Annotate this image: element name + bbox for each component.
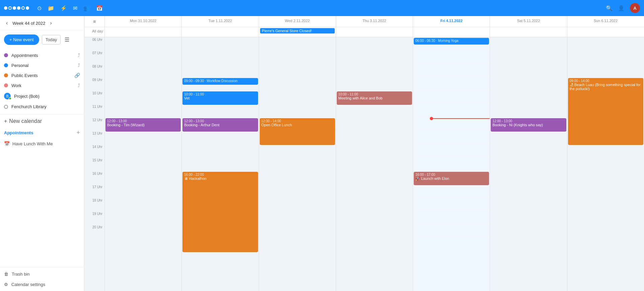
settings-label: Calendar settings <box>11 282 45 287</box>
event-booking-tim[interactable]: 12:00 - 13:00 Booking - Tim (Wizard) <box>105 118 181 132</box>
add-appointment-button[interactable]: + <box>76 129 80 136</box>
event-workflow-discussion[interactable]: 09:00 - 09:30 · Workflow Discussion <box>182 78 258 85</box>
mail-icon[interactable]: ✉ <box>73 5 77 11</box>
next-week-button[interactable]: › <box>48 19 54 27</box>
header-gutter: ≡ <box>84 16 104 27</box>
allday-cell-mon[interactable] <box>104 27 181 37</box>
day-col-sun[interactable]: 09:00 - 14:00 🏖 Beach Luau (Bring someth… <box>567 37 644 291</box>
topbar: ⊙ 📁 ⚡ ✉ 👥 📅 🔍 👤 A <box>0 0 644 16</box>
event-time: 10:00 - 11:00 <box>184 92 256 96</box>
event-vet[interactable]: 10:00 - 11:00 Vet <box>182 91 258 105</box>
project-bob-badge <box>9 97 11 100</box>
share-icon[interactable]: ⤴ <box>78 63 80 68</box>
header-day-sat[interactable]: Sat 5.11.2022 <box>490 16 567 27</box>
appointments-label: Appointments <box>11 53 78 58</box>
event-meeting-alice-bob[interactable]: 10:00 - 11:00 Meeting with Alice and Bob <box>337 91 412 105</box>
allday-label: All day <box>84 27 104 37</box>
activity-icon[interactable]: ⚡ <box>60 5 67 11</box>
appointments-section-title: Appointments <box>4 130 33 135</box>
work-color-dot <box>4 83 8 87</box>
time-slot-07: 07 Uhr <box>84 51 104 64</box>
event-morning-yoga[interactable]: 06:00 - 06:30 · Morning Yoga <box>414 38 489 45</box>
public-events-color-dot <box>4 73 8 77</box>
event-time: 12:00 - 13:00 <box>107 119 179 123</box>
thu-name: Thu 3.11.2022 <box>337 19 411 23</box>
allday-cell-tue[interactable] <box>181 27 258 37</box>
event-beach-luau[interactable]: 09:00 - 14:00 🏖 Beach Luau (Bring someth… <box>568 78 643 145</box>
event-hackathon[interactable]: 16:00 - 22:00 🖥 Hackathon <box>182 172 258 252</box>
event-title: Meeting with Alice and Bob <box>338 96 410 100</box>
header-day-tue[interactable]: Tue 1.11.2022 <box>181 16 258 27</box>
day-col-mon[interactable]: 12:00 - 13:00 Booking - Tim (Wizard) <box>104 37 181 291</box>
topbar-right: 🔍 👤 A <box>606 3 640 13</box>
event-time: 12:00 - 13:00 <box>492 119 564 123</box>
new-calendar-row[interactable]: + New calendar <box>0 116 84 127</box>
calendar-icon[interactable]: 📅 <box>96 5 103 11</box>
allday-cell-fri[interactable] <box>413 27 490 37</box>
event-booking-arthur[interactable]: 12:00 - 13:00 Booking - Arthur Dent <box>182 118 258 132</box>
files-icon[interactable]: 📁 <box>48 5 54 11</box>
contacts-icon[interactable]: 👥 <box>83 5 90 11</box>
event-title: Booking - Arthur Dent <box>184 123 256 127</box>
sidebar-item-public-events[interactable]: Public Events 🔗 <box>0 70 84 80</box>
allday-cell-wed[interactable]: Pierre's General Store Closed! <box>259 27 336 37</box>
event-time: 09:00 - 14:00 <box>570 79 642 83</box>
day-col-tue[interactable]: 09:00 - 09:30 · Workflow Discussion 10:0… <box>181 37 258 291</box>
time-slot-16: 16 Uhr <box>84 171 104 185</box>
day-col-sat[interactable]: 12:00 - 13:00 Booking - Ni (Knights who … <box>490 37 567 291</box>
allday-cell-sat[interactable] <box>490 27 567 37</box>
share-icon[interactable]: ⤴ <box>78 53 80 58</box>
work-label: Work <box>11 83 78 88</box>
user-status-icon[interactable]: 👤 <box>618 5 625 11</box>
event-title: 🖥 Hackathon <box>184 176 256 180</box>
day-col-thu[interactable]: 10:00 - 11:00 Meeting with Alice and Bob <box>336 37 413 291</box>
fenchurch-label: Fenchurch Library <box>11 104 80 109</box>
header-day-wed[interactable]: Wed 2.11.2022 <box>259 16 336 27</box>
week-label: Week 44 of 2022 <box>12 21 45 26</box>
avatar[interactable]: A <box>630 3 640 13</box>
event-booking-ni[interactable]: 12:00 - 13:00 Booking - Ni (Knights who … <box>491 118 566 132</box>
appointments-header: Appointments + <box>4 129 80 136</box>
prev-week-button[interactable]: ‹ <box>4 19 10 27</box>
time-slot-18: 18 Uhr <box>84 198 104 211</box>
event-open-office-lunch[interactable]: 12:00 - 14:00 Open Office Lunch <box>260 118 335 145</box>
time-slot-10: 10 Uhr <box>84 91 104 104</box>
allday-row: All day Pierre's General Store Closed! <box>84 27 644 37</box>
sidebar-item-appointments[interactable]: Appointments ⤴ <box>0 50 84 60</box>
header-day-thu[interactable]: Thu 3.11.2022 <box>336 16 413 27</box>
share-icon[interactable]: ⤴ <box>78 83 80 88</box>
sidebar-item-fenchurch[interactable]: Fenchurch Library <box>0 102 84 112</box>
sidebar-divider <box>0 114 84 115</box>
allday-cell-sun[interactable] <box>567 27 644 37</box>
link-icon[interactable]: 🔗 <box>74 73 80 78</box>
calendar-settings-item[interactable]: ⚙ Calendar settings <box>0 279 84 290</box>
menu-icon[interactable]: ≡ <box>93 19 96 24</box>
event-time: 10:00 - 11:00 <box>338 92 410 96</box>
public-events-label: Public Events <box>11 73 74 78</box>
view-toggle-button[interactable]: ☰ <box>63 35 71 44</box>
sidebar-item-personal[interactable]: Personal ⤴ <box>0 60 84 70</box>
header-day-fri[interactable]: Fri 4.11.2022 <box>413 16 490 27</box>
day-col-fri[interactable]: 06:00 - 06:30 · Morning Yoga 16:00 - 17:… <box>413 37 490 291</box>
day-col-wed[interactable]: 12:00 - 14:00 Open Office Lunch <box>259 37 336 291</box>
allday-event-store-closed[interactable]: Pierre's General Store Closed! <box>260 28 335 33</box>
header-day-mon[interactable]: Mon 31.10.2022 <box>104 16 181 27</box>
new-event-button[interactable]: + New event <box>4 34 39 45</box>
search-icon[interactable]: 🔍 <box>606 5 613 11</box>
event-launch-elon[interactable]: 16:00 - 17:00 🚀 Launch with Elon <box>414 172 489 185</box>
trash-bin-item[interactable]: 🗑 Trash bin <box>0 269 84 279</box>
sidebar-item-work[interactable]: Work ⤴ <box>0 80 84 90</box>
app-logo[interactable] <box>4 6 29 10</box>
time-slot-19: 19 Uhr <box>84 211 104 225</box>
event-title: Booking - Ni (Knights who say) <box>492 123 564 127</box>
appointment-item-lunch[interactable]: 📅 Have Lunch With Me <box>4 139 80 148</box>
today-button[interactable]: Today <box>42 35 61 45</box>
event-title: 🏖 Beach Luau (Bring something special fo… <box>570 83 642 91</box>
header-day-sun[interactable]: Sun 6.11.2022 <box>567 16 644 27</box>
event-title: Vet <box>184 96 256 100</box>
sidebar-item-project-bob[interactable]: B Project (Bob) <box>0 90 84 102</box>
appointment-item-label: Have Lunch With Me <box>12 141 53 146</box>
time-column: 06 Uhr 07 Uhr 08 Uhr 09 Uhr 10 Uhr 11 Uh… <box>84 37 104 291</box>
allday-cell-thu[interactable] <box>336 27 413 37</box>
home-icon[interactable]: ⊙ <box>37 5 42 11</box>
